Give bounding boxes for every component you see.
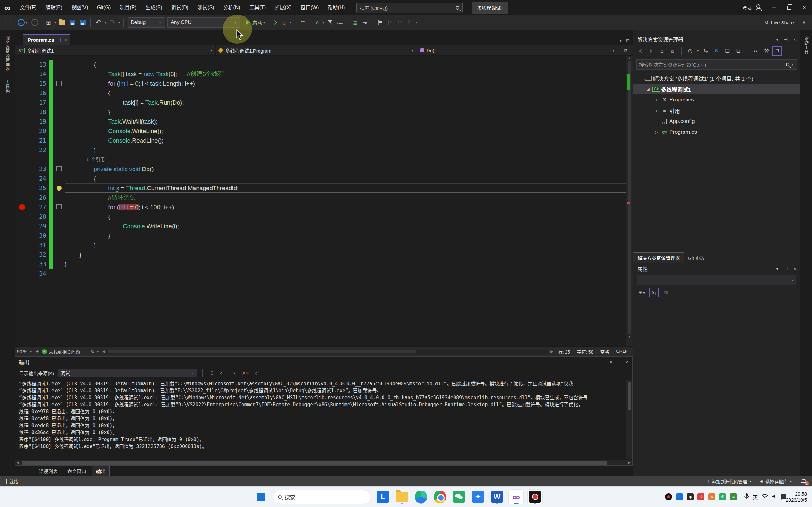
eol-indicator[interactable]: CRLF bbox=[616, 349, 628, 355]
intellicode-icon[interactable]: ✦ bbox=[35, 349, 39, 354]
add-to-source-control-button[interactable]: ↑添加到源代码管理▲ bbox=[707, 478, 752, 485]
redo-button[interactable]: ↷ bbox=[107, 18, 117, 26]
previous-bookmark-button[interactable]: ⚐ bbox=[385, 19, 395, 26]
tray-volume[interactable] bbox=[772, 494, 777, 500]
tree-item-Program-cs[interactable]: ▷C#Program.cs bbox=[633, 127, 800, 137]
sx-back-icon[interactable]: ⮜ bbox=[636, 46, 645, 56]
collapse-region-icon[interactable]: − bbox=[56, 81, 61, 86]
code-line-23[interactable]: 23− private static void Do() bbox=[14, 164, 633, 174]
toolbox-vertical-tab[interactable]: 工具箱 bbox=[4, 79, 10, 93]
taskbar-screen-recorder[interactable] bbox=[528, 490, 542, 504]
code-line-29[interactable]: 29 Console.WriteLine(i); bbox=[14, 221, 633, 231]
close-button[interactable]: × bbox=[797, 0, 812, 15]
taskbar-visual-studio[interactable]: ∞ bbox=[509, 490, 523, 504]
undo-dropdown[interactable]: ▾ bbox=[103, 21, 107, 24]
home-dropdown[interactable]: ▾ bbox=[322, 21, 325, 24]
document-tab-programcs[interactable]: Program.cs ⊣ × bbox=[23, 34, 70, 45]
code-line-32[interactable]: 32 } bbox=[14, 250, 633, 259]
clear-all-icon[interactable]: ✕≡ bbox=[240, 370, 251, 376]
collapse-region-icon[interactable]: − bbox=[56, 166, 61, 171]
code-line-20[interactable]: 20 Console.WriteLine(); bbox=[14, 126, 633, 135]
code-line-21[interactable]: 21 Console.ReadLine(); bbox=[14, 135, 633, 145]
breakpoint-dot-icon[interactable] bbox=[19, 204, 25, 210]
code-line-19[interactable]: 19 Task.WaitAll(task); bbox=[14, 117, 633, 126]
property-pages-icon[interactable]: ⚿ bbox=[661, 288, 671, 297]
taskbar-start-button[interactable] bbox=[254, 490, 268, 504]
solution-explorer-close-icon[interactable]: × bbox=[793, 37, 796, 42]
tree-item-App-config[interactable]: App.config bbox=[633, 116, 800, 127]
word-wrap-icon[interactable]: ⏎ bbox=[253, 370, 261, 376]
next-message-icon[interactable]: ⇒ bbox=[229, 370, 237, 376]
output-scroll-right-icon[interactable]: ▶ bbox=[626, 460, 632, 465]
tree-expanded-arrow-icon[interactable]: ◢ bbox=[645, 87, 652, 91]
pin-tab-icon[interactable]: ⊣ bbox=[57, 38, 61, 43]
save-button[interactable] bbox=[70, 20, 75, 25]
bookmark-dropdown[interactable]: ▾ bbox=[414, 21, 418, 24]
close-tab-icon[interactable]: × bbox=[64, 38, 67, 43]
tray-microphone[interactable] bbox=[745, 493, 749, 501]
tree-collapsed-arrow-icon[interactable]: ▷ bbox=[653, 108, 660, 113]
fold-margin[interactable]: − bbox=[53, 166, 65, 171]
navigate-back-button[interactable]: ← bbox=[18, 19, 25, 26]
code-line-17[interactable]: 17 task[i] = Task.Run(Do); bbox=[14, 98, 633, 107]
sx-home-icon[interactable]: ⌂ bbox=[657, 46, 667, 56]
clear-bookmarks-button[interactable]: ⚐ bbox=[404, 19, 414, 26]
sign-in-button[interactable]: 登录 bbox=[740, 4, 755, 11]
code-line-14[interactable]: 14 Task[] task = new Task[6]; //创建6个线程 bbox=[14, 69, 633, 78]
code-cleanup-button[interactable]: ✎▾ bbox=[88, 349, 102, 354]
code-line-27[interactable]: 27− for (int i = 0; i < 100; i++) bbox=[14, 202, 633, 212]
window-position-dropdown-icon[interactable]: ▾ bbox=[610, 360, 612, 364]
sx-view-code-icon[interactable]: ‹› bbox=[751, 46, 760, 56]
editor-vertical-scrollbar[interactable]: ▲ ▼ bbox=[626, 56, 633, 346]
sx-collapse-all-icon[interactable]: ⊟ bbox=[722, 46, 732, 56]
taskbar-edge-browser[interactable] bbox=[414, 490, 428, 504]
taskbar-clock[interactable]: 20:58 2023/10/5 bbox=[786, 491, 807, 503]
tray-wechat-mini[interactable]: ✆ bbox=[719, 493, 726, 500]
solution-explorer-menu-icon[interactable]: ▾ bbox=[776, 37, 779, 42]
increase-indent-button[interactable]: ⇥ bbox=[360, 19, 369, 26]
code-line-26[interactable]: 26 //循环调试 bbox=[14, 193, 633, 202]
code-line[interactable]: 1 个引用 bbox=[14, 155, 633, 164]
split-editor-icon[interactable]: ⧉ bbox=[618, 48, 633, 53]
code-editor[interactable]: 13 {14 Task[] task = new Task[6]; //创建6个… bbox=[14, 56, 633, 346]
menu-item-10[interactable]: 扩展(X) bbox=[270, 0, 296, 15]
fold-margin[interactable] bbox=[53, 186, 65, 190]
bottom-tab-命令窗口[interactable]: 命令窗口 bbox=[63, 466, 90, 475]
toggle-bookmark-button[interactable]: ⚑ bbox=[375, 19, 385, 26]
tray-battery[interactable] bbox=[781, 494, 782, 500]
taskbar-word[interactable]: W bbox=[490, 490, 504, 504]
document-outline-button[interactable]: ≔ bbox=[335, 19, 345, 26]
space-mode-indicator[interactable]: 空格 bbox=[600, 349, 609, 355]
notifications-bell-icon[interactable]: 2 bbox=[801, 478, 806, 484]
user-profile-icon[interactable] bbox=[756, 5, 761, 10]
previous-message-icon[interactable]: ⇐ bbox=[218, 370, 226, 376]
tree-collapsed-arrow-icon[interactable]: ▷ bbox=[653, 130, 660, 134]
tree-item-Properties[interactable]: ▷⚒Properties bbox=[633, 95, 800, 105]
menu-item-11[interactable]: 窗口(W) bbox=[296, 0, 323, 15]
tray-thunder[interactable]: L bbox=[676, 493, 683, 500]
scroll-up-icon[interactable]: ▲ bbox=[626, 56, 633, 61]
sx-switch-views-icon[interactable]: ⧈ bbox=[668, 46, 677, 56]
solution-explorer-pin-icon[interactable]: ⊣ bbox=[784, 37, 788, 42]
sx-show-all-files-icon[interactable]: ⧉ bbox=[733, 46, 743, 56]
solution-configuration-select[interactable]: Debug▾ bbox=[128, 17, 165, 27]
active-files-dropdown-icon[interactable]: ▾ bbox=[620, 38, 622, 43]
restore-button[interactable] bbox=[781, 0, 797, 15]
quick-actions-lightbulb-icon[interactable] bbox=[57, 186, 61, 190]
output-scroll-left-icon[interactable]: ◀ bbox=[15, 460, 20, 465]
properties-object-select[interactable]: ▾ bbox=[637, 275, 797, 285]
new-project-dropdown[interactable]: ▾ bbox=[53, 21, 57, 24]
breakpoint-indicator[interactable] bbox=[14, 204, 29, 210]
zoom-select[interactable]: 90 %▾ bbox=[14, 349, 35, 354]
navigate-back-dropdown[interactable]: ▾ bbox=[25, 21, 28, 24]
open-file-button[interactable] bbox=[59, 20, 65, 25]
code-line-24[interactable]: 24 { bbox=[14, 174, 633, 183]
menu-item-12[interactable]: 帮助(H) bbox=[323, 0, 349, 15]
navigate-to-button[interactable]: ⇱ bbox=[325, 19, 335, 26]
tray-recorder[interactable] bbox=[665, 493, 672, 500]
sx-properties-icon[interactable]: ⚒ bbox=[762, 46, 771, 56]
breadcrumb-project-select[interactable]: C# 多线程调试1▾ bbox=[14, 45, 216, 55]
code-line-30[interactable]: 30 } bbox=[14, 231, 633, 240]
tray-green-bars[interactable]: ≡ bbox=[730, 493, 737, 500]
menu-item-5[interactable]: 生成(B) bbox=[141, 0, 167, 15]
